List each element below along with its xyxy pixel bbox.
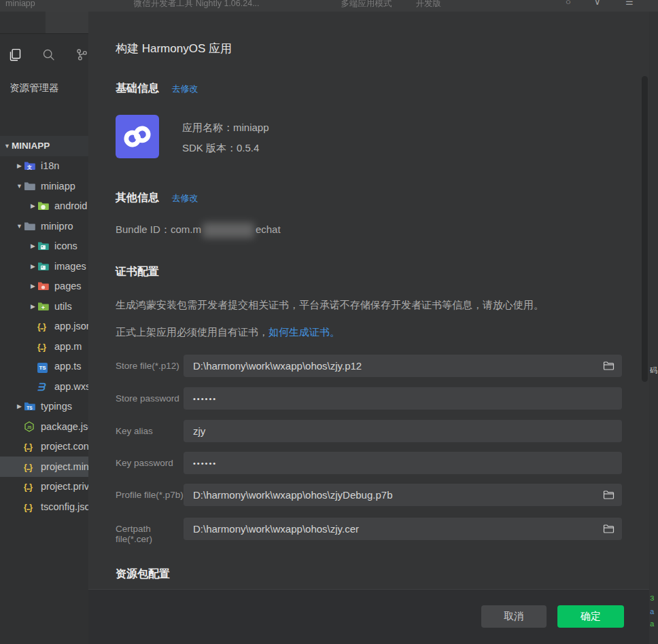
field-input-key-password[interactable] — [184, 452, 622, 474]
tree-item-project-miniapp-json[interactable]: {..}project.miniapp.json — [0, 457, 88, 477]
tree-item-android[interactable]: ▶android — [0, 196, 88, 217]
field-input-profile-file-p7b-[interactable] — [184, 484, 622, 506]
tree-item-label: app.json — [54, 321, 88, 332]
json-braces-icon: {..} — [24, 461, 36, 472]
tree-item-label: minipro — [41, 221, 73, 232]
how-to-generate-cert-link[interactable]: 如何生成证书。 — [269, 326, 340, 338]
tree-item-package-json[interactable]: JSpackage.json — [0, 416, 88, 437]
tree-item-label: project.config.json — [41, 441, 88, 452]
tree-item-label: app.ts — [54, 361, 82, 372]
tree-item-typings[interactable]: ▶TStypings — [0, 397, 88, 417]
tree-item-pages[interactable]: ▶pages — [0, 276, 88, 297]
ts-file-icon: TS — [37, 361, 50, 372]
menu-icon[interactable]: ☰ — [625, 0, 634, 7]
folder-plain-icon — [24, 221, 36, 232]
editor-code-fragment: a t — [650, 608, 658, 616]
field-label-store-file-p12-: Store file(*.p12) — [116, 361, 187, 371]
dialog-scrollbar[interactable] — [642, 76, 648, 382]
tree-item-images[interactable]: ▶images — [0, 256, 88, 276]
edit-basic-link[interactable]: 去修改 — [171, 84, 198, 94]
field-label-certpath-file-cer-: Certpath file(*.cer) — [116, 524, 187, 544]
basic-info-label: 基础信息 — [116, 82, 159, 94]
source-control-icon[interactable] — [75, 48, 88, 62]
section-resource-pack: 资源包配置 — [116, 567, 170, 582]
refresh-icon[interactable]: ○ — [566, 0, 571, 7]
chevron-right-icon[interactable]: ▶ — [29, 303, 37, 310]
confirm-button[interactable]: 确定 — [557, 605, 624, 628]
cert-note-1: 生成鸿蒙安装包需开发者提交相关证书，平台承诺不存储保存开发者证书等信息，请放心使… — [116, 299, 544, 312]
explorer-header: 资源管理器 — [0, 75, 88, 101]
tree-item-project-config-json[interactable]: {..}project.config.json — [0, 437, 88, 457]
tree-item-label: typings — [41, 401, 72, 412]
tree-item-utils[interactable]: ▶+utils — [0, 296, 88, 317]
field-input-store-file-p12-[interactable] — [184, 355, 622, 377]
field-input-key-alias[interactable] — [184, 420, 622, 442]
folder-utils-icon: + — [37, 301, 50, 312]
other-info-label: 其他信息 — [116, 192, 159, 203]
svg-text:JS: JS — [27, 425, 32, 429]
build-harmonyos-dialog: 构建 HarmonyOS 应用 基础信息 去修改 应用名称：miniapp SD… — [88, 12, 649, 644]
field-input-store-password[interactable] — [184, 387, 622, 410]
redacted-blur — [203, 223, 254, 238]
tree-item-label: i18n — [41, 160, 59, 171]
sidebar: 资源管理器 ▼MINIAPP▶文i18n▼miniapp▶android▼min… — [0, 34, 88, 644]
json-braces-icon: {..} — [24, 501, 36, 512]
svg-text:+: + — [41, 304, 45, 311]
tree-item-label: icons — [54, 240, 77, 251]
chevron-right-icon[interactable]: ▶ — [29, 283, 37, 289]
editor-active-tab[interactable] — [46, 12, 88, 33]
tree-item-i18n[interactable]: ▶文i18n — [0, 156, 88, 177]
tree-item-miniapp[interactable]: ▼MINIAPP — [0, 136, 88, 156]
folder-android-icon — [37, 200, 50, 211]
field-label-store-password: Store password — [116, 393, 187, 404]
chevron-down-icon[interactable]: ▼ — [15, 183, 24, 190]
section-basic-info: 基础信息 去修改 — [116, 82, 198, 96]
tree-item-project-private-json[interactable]: {..}project.private.json — [0, 477, 88, 497]
tree-item-app-wxss[interactable]: ᗱapp.wxss — [0, 376, 88, 397]
tree-item-app-json[interactable]: {..}app.json — [0, 317, 88, 337]
window-titlebar: miniapp 微信开发者工具 Nightly 1.06.24... 多端应用模… — [0, 0, 658, 12]
editor-code-fragment: 3 : — [650, 594, 658, 603]
svg-text:文: 文 — [27, 164, 32, 170]
chevron-right-icon[interactable]: ▶ — [29, 202, 37, 209]
cancel-button[interactable]: 取消 — [481, 605, 547, 628]
chevron-down-icon[interactable]: ▼ — [15, 223, 24, 230]
tree-item-app-m[interactable]: {..}app.m — [0, 336, 88, 357]
titlebar-mode-label: 多端应用模式 — [341, 0, 392, 10]
titlebar-app-title: 微信开发者工具 Nightly 1.06.24... — [134, 0, 260, 10]
json-braces-icon: {..} — [37, 321, 50, 332]
field-label-key-password: Key password — [116, 458, 187, 468]
chevron-right-icon[interactable]: ▶ — [29, 243, 37, 249]
tree-item-label: package.json — [41, 421, 88, 432]
file-tree: ▼MINIAPP▶文i18n▼miniapp▶android▼minipro▶i… — [0, 136, 88, 517]
app-name-line: 应用名称：miniapp — [182, 122, 269, 135]
json-braces-icon: {..} — [24, 441, 36, 452]
chevron-right-icon[interactable]: ▶ — [15, 403, 24, 410]
edit-other-link[interactable]: 去修改 — [171, 193, 198, 203]
node-hex-icon: JS — [24, 421, 36, 432]
chevron-down-icon[interactable]: ▼ — [3, 143, 12, 149]
tree-item-label: MINIAPP — [12, 141, 50, 151]
json-braces-icon: {..} — [24, 481, 36, 492]
browse-folder-icon[interactable] — [600, 357, 617, 374]
chevron-right-icon[interactable]: ▶ — [29, 263, 37, 270]
tree-item-app-ts[interactable]: TSapp.ts — [0, 357, 88, 377]
tree-item-label: miniapp — [41, 181, 75, 192]
tree-item-tsconfig-json[interactable]: {..}tsconfig.json — [0, 497, 88, 517]
browse-folder-icon[interactable] — [600, 520, 617, 537]
field-input-certpath-file-cer-[interactable] — [184, 518, 622, 540]
browse-folder-icon[interactable] — [600, 486, 617, 503]
folder-ts-icon: TS — [24, 401, 36, 412]
editor-tabstrip — [0, 12, 88, 34]
search-icon[interactable] — [41, 48, 56, 62]
tree-item-minipro[interactable]: ▼minipro — [0, 216, 88, 236]
titlebar-project-name: miniapp — [5, 0, 35, 8]
explorer-files-icon[interactable] — [8, 48, 22, 62]
check-icon[interactable]: ∨ — [594, 0, 601, 7]
tree-item-label: images — [54, 261, 86, 272]
tree-item-miniapp[interactable]: ▼miniapp — [0, 176, 88, 196]
tree-item-icons[interactable]: ▶icons — [0, 236, 88, 257]
titlebar-version-label: 开发版 — [416, 0, 442, 10]
section-other-info: 其他信息 去修改 — [116, 191, 198, 205]
chevron-right-icon[interactable]: ▶ — [15, 162, 24, 169]
